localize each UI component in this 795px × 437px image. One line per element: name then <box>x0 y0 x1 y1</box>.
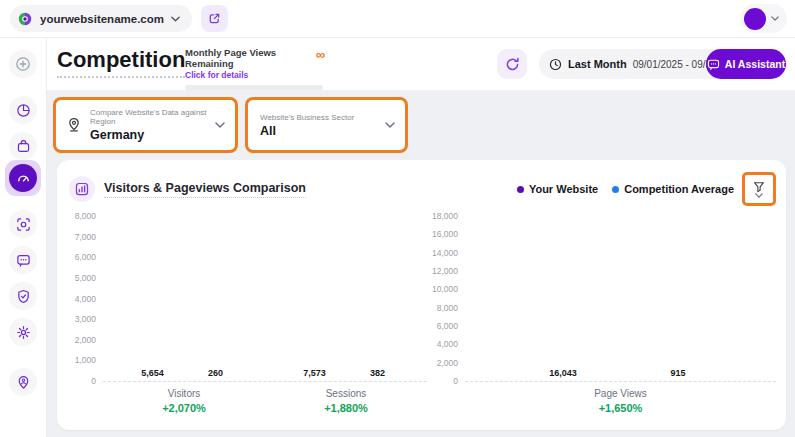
plot-area: 16,043915 <box>465 217 776 382</box>
chevron-down-icon <box>385 122 395 128</box>
gear-icon <box>16 325 31 340</box>
region-filter-label: Compare Website's Data against Region <box>90 108 215 126</box>
sidebar-item-add[interactable] <box>9 50 37 78</box>
region-filter-dropdown[interactable]: Compare Website's Data against Region Ge… <box>53 97 238 153</box>
legend-label: Your Website <box>529 183 598 195</box>
sidebar-item-local-presence[interactable] <box>9 368 37 396</box>
comparison-chart-card: Visitors & Pageviews Comparison Your Web… <box>57 160 786 430</box>
y-axis-tick: 12,000 <box>432 266 458 276</box>
refresh-button[interactable] <box>497 49 527 79</box>
chevron-down-icon <box>755 193 763 198</box>
legend-dot-blue <box>612 186 619 193</box>
target-scan-icon <box>16 217 31 232</box>
chevron-down-icon <box>771 16 779 21</box>
bar-value-label: 16,043 <box>549 368 577 378</box>
y-axis-tick: 4,000 <box>437 339 458 349</box>
sidebar-item-tracking[interactable] <box>9 210 37 238</box>
y-axis-tick: 18,000 <box>432 211 458 221</box>
x-labels: Page Views+1,650% <box>465 382 776 414</box>
refresh-icon <box>505 57 520 72</box>
click-for-details-link[interactable]: Click for details <box>185 70 323 80</box>
y-axis-tick: 7,000 <box>75 232 96 242</box>
bar-value-label: 260 <box>208 368 223 378</box>
y-axis-tick: 10,000 <box>432 284 458 294</box>
x-label-cell: Visitors+2,070% <box>162 382 206 414</box>
page-header: Competition Monthly Page Views Remaining… <box>47 38 795 90</box>
sidebar-item-competition-active[interactable] <box>5 160 41 196</box>
sidebar-item-orders[interactable] <box>9 132 37 160</box>
date-preset-label: Last Month <box>568 58 627 70</box>
y-axis-tick: 4,000 <box>75 294 96 304</box>
sector-filter-label: Website's Business Sector <box>260 113 354 122</box>
page-title: Competition <box>57 47 185 78</box>
charts-row: 8,0007,0006,0005,0004,0003,0002,0001,000… <box>69 217 776 414</box>
open-website-button[interactable] <box>201 5 228 32</box>
shield-check-icon <box>16 289 31 304</box>
y-axis-tick: 6,000 <box>437 321 458 331</box>
y-axis-tick: 8,000 <box>437 303 458 313</box>
bar-value-label: 382 <box>370 368 385 378</box>
y-axis-tick: 6,000 <box>75 252 96 262</box>
clock-icon <box>549 58 562 71</box>
x-labels: Visitors+2,070%Sessions+1,880% <box>103 382 427 414</box>
chat-bubble-icon <box>16 253 31 268</box>
ai-chat-icon <box>707 58 720 71</box>
change-percentage: +2,070% <box>162 402 206 414</box>
person-pin-icon <box>16 375 31 390</box>
sidebar-item-settings[interactable] <box>9 318 37 346</box>
chart-legend: Your Website Competition Average <box>517 183 734 195</box>
ai-assistant-button[interactable]: AI Assistant <box>706 49 786 79</box>
legend-dot-purple <box>517 186 524 193</box>
website-favicon-icon <box>17 11 33 27</box>
sidebar-item-feedback[interactable] <box>9 246 37 274</box>
y-axis-tick: 0 <box>91 376 96 386</box>
sidebar <box>0 38 47 437</box>
chart-filter-button[interactable] <box>742 172 776 206</box>
website-selector[interactable]: yourwebsitename.com <box>10 5 192 32</box>
chart-card-header: Visitors & Pageviews Comparison Your Web… <box>69 171 776 207</box>
pageviews-chart: 18,00016,00014,00012,00010,0008,0006,000… <box>431 217 776 414</box>
change-percentage: +1,880% <box>324 402 368 414</box>
add-circle-icon <box>15 56 31 72</box>
legend-label: Competition Average <box>624 183 734 195</box>
y-axis-tick: 3,000 <box>75 314 96 324</box>
website-name: yourwebsitename.com <box>40 13 164 25</box>
change-percentage: +1,650% <box>594 402 647 414</box>
bar-value-label: 915 <box>670 368 685 378</box>
visitors-sessions-chart: 8,0007,0006,0005,0004,0003,0002,0001,000… <box>69 217 427 414</box>
pageviews-progress-bar <box>185 85 323 90</box>
avatar <box>744 8 766 30</box>
legend-item-competition-average[interactable]: Competition Average <box>612 183 734 195</box>
y-axis-tick: 5,000 <box>75 273 96 283</box>
monthly-pageviews-label: Monthly Page Views Remaining <box>185 47 323 69</box>
legend-item-your-website[interactable]: Your Website <box>517 183 598 195</box>
chart-title: Visitors & Pageviews Comparison <box>104 181 306 198</box>
bag-icon <box>16 139 31 154</box>
category-label: Visitors <box>162 388 206 399</box>
external-link-icon <box>208 12 221 25</box>
chevron-down-icon <box>171 16 180 22</box>
monthly-pageviews-widget: Monthly Page Views Remaining Click for d… <box>185 47 323 90</box>
bar-chart-icon <box>69 176 95 202</box>
region-filter-value: Germany <box>90 128 215 142</box>
user-menu[interactable] <box>740 4 787 33</box>
y-axis-tick: 16,000 <box>432 229 458 239</box>
y-axis-tick: 1,000 <box>75 355 96 365</box>
sidebar-item-analytics[interactable] <box>9 96 37 124</box>
topbar: yourwebsitename.com <box>0 0 795 38</box>
gauge-icon <box>9 164 37 192</box>
y-axis: 8,0007,0006,0005,0004,0003,0002,0001,000… <box>69 217 103 382</box>
bar-value-label: 7,573 <box>303 368 326 378</box>
y-axis-tick: 0 <box>453 376 458 386</box>
sector-filter-value: All <box>260 124 354 138</box>
sidebar-item-security[interactable] <box>9 282 37 310</box>
sector-filter-dropdown[interactable]: Website's Business Sector All <box>245 97 408 153</box>
y-axis-tick: 14,000 <box>432 248 458 258</box>
plot-area: 5,6542607,573382 <box>103 217 427 382</box>
y-axis-tick: 8,000 <box>75 211 96 221</box>
category-label: Sessions <box>324 388 368 399</box>
ai-assistant-label: AI Assistant <box>725 58 785 70</box>
x-label-cell: Sessions+1,880% <box>324 382 368 414</box>
y-axis-tick: 2,000 <box>75 335 96 345</box>
x-label-cell: Page Views+1,650% <box>594 382 647 414</box>
